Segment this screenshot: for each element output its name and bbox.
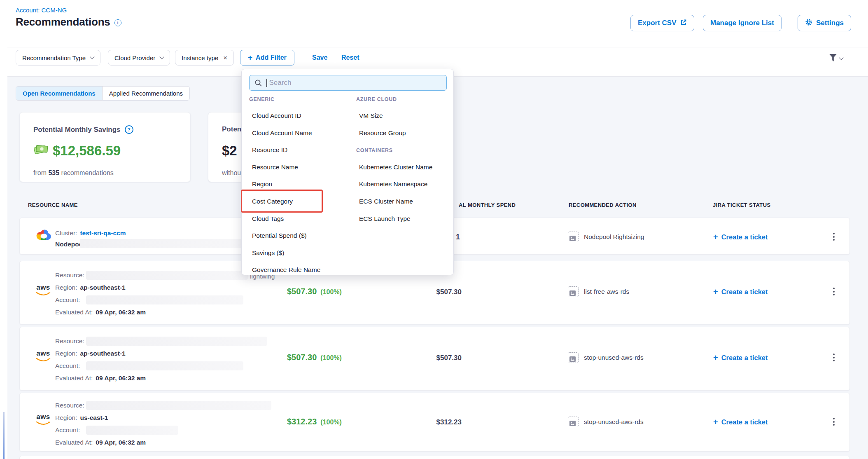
account-line: Account: xyxy=(55,295,80,304)
close-icon[interactable]: × xyxy=(223,54,227,61)
redacted-resource-name xyxy=(86,401,271,410)
aws-wordmark: aws xyxy=(36,414,51,420)
row-menu-button[interactable] xyxy=(831,351,837,364)
filter-option-potential-spend[interactable]: Potential Spend ($) xyxy=(252,232,307,241)
redacted-account-name xyxy=(86,426,178,435)
next-row-edge xyxy=(19,456,850,459)
filter-option-kubernetes-namespace[interactable]: Kubernetes Namespace xyxy=(359,180,427,190)
filter-option-resource-id[interactable]: Resource ID xyxy=(252,146,287,155)
cost-category-highlight-box xyxy=(241,190,323,213)
plus-icon: + xyxy=(248,53,252,62)
create-ticket-button[interactable]: + Create a ticket xyxy=(713,232,768,242)
help-icon[interactable]: ? xyxy=(125,125,133,134)
filter-option-resource-group[interactable]: Resource Group xyxy=(359,129,406,138)
save-filter-button[interactable]: Save xyxy=(312,50,327,66)
filter-option-cloud-account-id[interactable]: Cloud Account ID xyxy=(252,112,301,121)
search-icon xyxy=(254,79,262,87)
filter-option-ecs-cluster-name[interactable]: ECS Cluster Name xyxy=(359,198,413,207)
account-label: Account: xyxy=(55,426,80,434)
caption-suffix: recommendations xyxy=(61,169,114,176)
settings-button[interactable]: Settings xyxy=(798,15,851,31)
export-csv-label: Export CSV xyxy=(638,19,677,27)
filter-chip-cloud-provider[interactable]: Cloud Provider xyxy=(108,50,170,66)
header-divider xyxy=(7,47,868,47)
recommended-action-label: stop-unused-aws-rds xyxy=(584,354,644,361)
filter-chip-recommendation-type[interactable]: Recommendation Type xyxy=(16,50,100,66)
table-row[interactable]: aws Resource: Region: us-east-1 Account:… xyxy=(19,393,850,452)
chip-label: Instance type xyxy=(182,54,218,61)
manage-ignore-list-button[interactable]: Manage Ignore List xyxy=(703,15,782,31)
potential-savings-cell: $507.30 (100%) xyxy=(287,287,342,296)
recommended-action-label: Nodepool Rightsizing xyxy=(584,233,644,241)
create-ticket-button[interactable]: + Create a ticket xyxy=(713,287,768,297)
filter-option-governance-rule-name[interactable]: Governance Rule Name xyxy=(252,266,320,275)
redacted-account-name xyxy=(86,295,243,304)
info-icon[interactable]: i xyxy=(114,19,121,26)
region-value: us-east-1 xyxy=(80,414,108,422)
filter-option-vm-size[interactable]: VM Size xyxy=(359,112,383,121)
reset-filter-button[interactable]: Reset xyxy=(341,50,359,66)
filter-option-resource-name[interactable]: Resource Name xyxy=(252,164,298,173)
evaluated-label: Evaluated At: xyxy=(55,309,93,316)
recommended-action-cell: Nodepool Rightsizing xyxy=(568,232,644,242)
filter-chip-instance-type[interactable]: Instance type × xyxy=(175,50,234,66)
table-row[interactable]: aws Resource: Region: ap-southeast-1 Acc… xyxy=(19,327,850,391)
breadcrumb[interactable]: Account: CCM-NG xyxy=(16,7,67,14)
tab-applied-recommendations[interactable]: Applied Recommendations xyxy=(103,87,189,100)
resource-line: Resource: xyxy=(55,401,84,410)
aws-icon: aws xyxy=(36,284,51,298)
region-label: Region: xyxy=(55,414,77,422)
dropdown-search[interactable] xyxy=(249,75,447,91)
plus-icon: + xyxy=(713,417,718,427)
recommended-action-label: list-free-aws-rds xyxy=(584,288,629,295)
evaluated-line: Evaluated At: 09 Apr, 06:32 am xyxy=(55,308,146,317)
chevron-down-icon xyxy=(90,54,94,59)
aws-icon: aws xyxy=(36,350,51,364)
redacted-resource-name xyxy=(86,271,248,280)
add-filter-label: Add Filter xyxy=(256,54,287,61)
column-header-monthly-spend: AL MONTHLY SPEND xyxy=(459,202,516,208)
region-line: Region: ap-southeast-1 xyxy=(55,349,126,358)
cluster-link[interactable]: test-sri-qa-ccm xyxy=(80,230,126,237)
filter-option-cloud-account-name[interactable]: Cloud Account Name xyxy=(252,129,312,138)
filter-panel-toggle[interactable] xyxy=(828,54,843,63)
resource-line: Resource: xyxy=(55,337,84,346)
savings-percent: (100%) xyxy=(320,288,342,296)
region-label: Region: xyxy=(55,350,77,357)
filter-option-kubernetes-cluster-name[interactable]: Kubernetes Cluster Name xyxy=(359,164,432,173)
funnel-icon xyxy=(828,54,838,63)
column-header-jira-ticket-status: JIRA TICKET STATUS xyxy=(713,202,771,208)
tab-open-recommendations[interactable]: Open Recommendations xyxy=(16,87,103,100)
plus-icon: + xyxy=(713,287,718,297)
create-ticket-button[interactable]: + Create a ticket xyxy=(713,353,768,363)
chevron-down-icon xyxy=(839,55,843,60)
row-menu-button[interactable] xyxy=(831,415,837,428)
column-header-resource-name: RESOURCE NAME xyxy=(28,202,78,208)
monthly-spend-cell: $507.30 xyxy=(399,354,462,362)
filter-option-savings[interactable]: Savings ($) xyxy=(252,249,284,258)
caption-prefix: from xyxy=(33,169,47,176)
resource-label: Resource: xyxy=(55,402,84,409)
aws-wordmark: aws xyxy=(36,350,51,356)
plus-icon: + xyxy=(713,232,718,242)
savings-amount: $312.23 xyxy=(287,417,317,426)
filter-option-region[interactable]: Region xyxy=(252,180,272,190)
section-heading-generic: GENERIC xyxy=(249,96,275,102)
resource-line: Resource: xyxy=(55,271,84,280)
export-csv-button[interactable]: Export CSV xyxy=(630,15,694,31)
spend-caption: withou xyxy=(222,169,241,177)
account-label: Account: xyxy=(55,296,80,304)
potential-savings-cell: $312.23 (100%) xyxy=(287,417,342,426)
create-ticket-button[interactable]: + Create a ticket xyxy=(713,417,768,427)
savings-card-title-row: Potential Monthly Savings ? xyxy=(33,125,133,134)
row-menu-button[interactable] xyxy=(831,285,837,298)
settings-label: Settings xyxy=(816,19,844,27)
search-input[interactable] xyxy=(268,78,433,87)
account-line: Account: xyxy=(55,361,80,370)
filter-option-cloud-tags[interactable]: Cloud Tags xyxy=(252,215,284,224)
spend-card-title: Poten xyxy=(222,125,241,133)
row-menu-button[interactable] xyxy=(831,230,837,243)
filter-option-ecs-launch-type[interactable]: ECS Launch Type xyxy=(359,215,411,224)
potential-monthly-savings-card: Potential Monthly Savings ? $12,586.59 f… xyxy=(19,112,191,182)
add-filter-button[interactable]: + Add Filter xyxy=(240,50,294,66)
